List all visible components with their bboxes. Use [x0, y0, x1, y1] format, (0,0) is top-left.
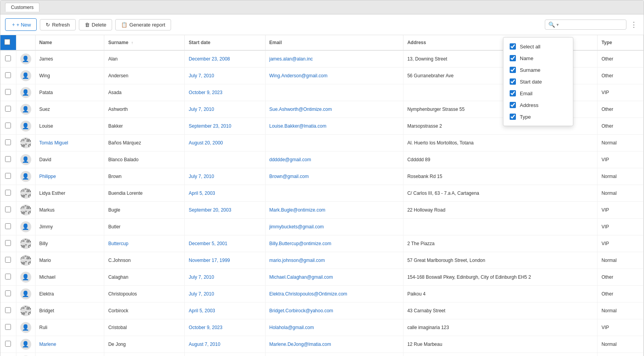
email-link[interactable]: Marlene.DeJong@lmatia.com — [269, 342, 331, 347]
row-address: Rosebank Rd 15 — [403, 168, 597, 185]
row-checkbox[interactable] — [5, 257, 11, 263]
row-checkbox[interactable] — [5, 290, 11, 296]
email-link[interactable]: Bridget.Corbirock@yahoo.com — [269, 308, 334, 313]
avatar: 👤 — [20, 272, 31, 283]
row-name: Tomás Miguel — [35, 135, 104, 151]
row-email: Bridget.Corbirock@yahoo.com — [265, 303, 403, 319]
checkbox-name[interactable] — [510, 55, 516, 61]
email-link[interactable]: jimmybuckets@gmail.com — [269, 224, 324, 230]
th-surname[interactable]: Surname ↑ — [104, 35, 185, 50]
row-checkbox[interactable] — [5, 307, 11, 313]
avatar-placeholder: 👤 — [22, 156, 29, 163]
avatar-placeholder: 👤 — [22, 324, 29, 331]
email-link[interactable]: Holahola@gmail.com — [269, 325, 314, 330]
row-start-date: July 7, 2010 — [185, 286, 265, 303]
checkbox-surname[interactable] — [510, 67, 516, 73]
row-checkbox-cell — [0, 269, 16, 286]
row-address: 12 Rue Marbeau — [403, 336, 597, 353]
generate-report-button[interactable]: 📋 Generate report — [115, 19, 171, 30]
more-options-button[interactable]: ⋮ — [629, 19, 639, 30]
header-checkbox[interactable] — [4, 39, 10, 45]
row-surname: Dominguez — [104, 353, 185, 356]
row-checkbox[interactable] — [5, 206, 11, 212]
th-email[interactable]: Email — [265, 35, 403, 50]
row-avatar-cell: 👤 — [16, 269, 35, 286]
email-link[interactable]: Louise.Bakker@lmatia.com — [269, 123, 326, 129]
row-avatar-cell: TM" data-name="avatar-image" data-intera… — [16, 135, 35, 151]
row-checkbox-cell — [0, 84, 16, 101]
row-name: Elektra — [35, 286, 104, 303]
row-checkbox[interactable] — [5, 173, 11, 179]
dropdown-item-name[interactable]: Name — [503, 52, 573, 64]
avatar: 👤 — [20, 288, 31, 299]
surname-link[interactable]: Buttercup — [108, 241, 128, 246]
email-link[interactable]: Billy.Buttercup@ontimize.com — [269, 241, 332, 246]
row-email: Brown@gmail.com — [265, 168, 403, 185]
checkbox-select-all[interactable] — [510, 43, 516, 50]
row-type: VIP — [598, 202, 644, 219]
name-link[interactable]: Philippe — [39, 174, 56, 179]
row-avatar-cell: LE" data-name="avatar-image" data-intera… — [16, 185, 35, 202]
email-link[interactable]: Sue.Ashworth@Ontimize.com — [269, 107, 332, 112]
email-link[interactable]: mario.johnson@gmail.com — [269, 258, 325, 263]
email-link[interactable]: Mark.Bugle@ontimize.com — [269, 207, 326, 213]
row-checkbox[interactable] — [5, 72, 11, 78]
checkbox-email[interactable] — [510, 90, 516, 96]
th-start-date[interactable]: Start date — [185, 35, 265, 50]
email-link[interactable]: Wing.Anderson@gmail.com — [269, 73, 328, 78]
row-checkbox[interactable] — [5, 341, 11, 347]
avatar-placeholder: 👤 — [22, 290, 29, 297]
email-link[interactable]: james.alan@alan.inc — [269, 56, 313, 62]
row-type: Other — [598, 101, 644, 118]
search-input[interactable] — [560, 22, 623, 28]
checkbox-start-date[interactable] — [510, 78, 516, 85]
dropdown-item-type[interactable]: Type — [503, 111, 573, 123]
dropdown-item-start-date[interactable]: Start date — [503, 76, 573, 87]
row-name: Billy — [35, 235, 104, 252]
dropdown-arrow-icon[interactable]: ▾ — [557, 22, 559, 27]
dropdown-item-address[interactable]: Address — [503, 99, 573, 111]
refresh-button[interactable]: ↻ Refresh — [40, 19, 76, 30]
row-checkbox[interactable] — [5, 223, 11, 229]
avatar: LE" data-name="avatar-image" data-intera… — [20, 188, 31, 199]
customers-tab[interactable]: Customers — [5, 3, 39, 12]
row-checkbox[interactable] — [5, 240, 11, 246]
delete-button[interactable]: 🗑 Delete — [79, 19, 112, 30]
avatar: 👤 — [20, 87, 31, 98]
row-checkbox[interactable] — [5, 190, 11, 196]
name-link[interactable]: Tomás Miguel — [39, 140, 68, 146]
checkbox-address[interactable] — [510, 102, 516, 108]
dropdown-item-select-all[interactable]: Select all — [503, 41, 573, 52]
row-checkbox[interactable] — [5, 106, 11, 112]
row-surname: Cristobal — [104, 319, 185, 336]
email-link[interactable]: Michael.Calaghan@gmail.com — [269, 274, 333, 280]
th-name[interactable]: Name — [35, 35, 104, 50]
name-link[interactable]: Marlene — [39, 342, 56, 347]
email-link[interactable]: Elektra.Christopoulos@Ontimize.com — [269, 291, 348, 297]
email-link[interactable]: ddddde@gmail.com — [269, 157, 311, 162]
th-select-all[interactable] — [0, 35, 16, 50]
row-checkbox-cell — [0, 252, 16, 269]
row-surname: Blanco Balado — [104, 151, 185, 168]
checkbox-type[interactable] — [510, 114, 516, 120]
row-type: Other — [598, 353, 644, 356]
row-checkbox[interactable] — [5, 156, 11, 162]
new-button[interactable]: ＋ + New — [5, 18, 37, 31]
row-checkbox[interactable] — [5, 123, 11, 128]
row-name: Marlene — [35, 336, 104, 353]
row-checkbox[interactable] — [5, 274, 11, 279]
row-checkbox[interactable] — [5, 139, 11, 145]
row-checkbox[interactable] — [5, 89, 11, 95]
row-checkbox[interactable] — [5, 55, 11, 61]
row-email: Louise.Bakker@lmatia.com — [265, 118, 403, 135]
dropdown-item-email[interactable]: Email — [503, 87, 573, 99]
row-avatar-cell: 👤 — [16, 84, 35, 101]
th-type[interactable]: Type — [598, 35, 644, 50]
dropdown-item-surname[interactable]: Surname — [503, 64, 573, 76]
row-checkbox-cell — [0, 336, 16, 353]
row-checkbox-cell — [0, 50, 16, 68]
email-link[interactable]: Brown@gmail.com — [269, 174, 309, 179]
search-box: 🔍 ▾ — [545, 20, 626, 30]
row-checkbox[interactable] — [5, 324, 11, 330]
avatar-placeholder: 👤 — [22, 89, 29, 96]
